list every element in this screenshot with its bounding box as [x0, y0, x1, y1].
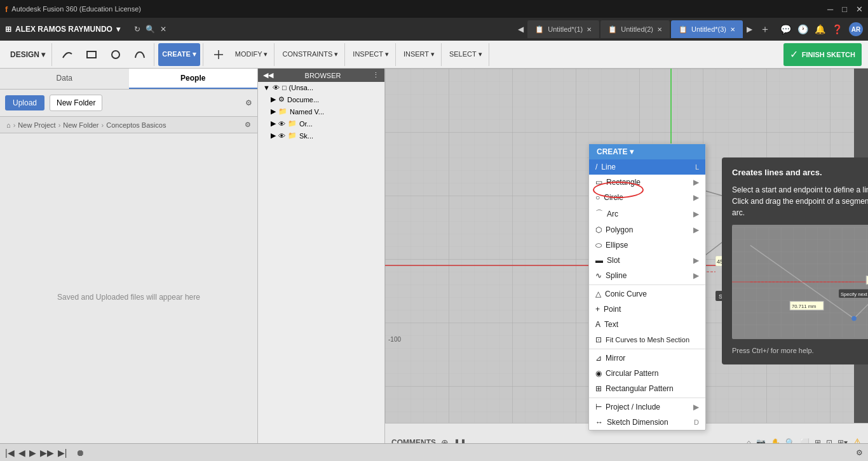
- constraints-group[interactable]: CONSTRAINTS ▾: [276, 43, 345, 66]
- visibility-icon[interactable]: 👁: [273, 84, 280, 91]
- modify-button[interactable]: MODIFY ▾: [231, 43, 272, 66]
- insert-group[interactable]: INSERT ▾: [397, 43, 442, 66]
- curve-tool-button[interactable]: [128, 43, 151, 66]
- visibility-icon[interactable]: 👁: [278, 132, 285, 140]
- avatar[interactable]: AR: [849, 22, 863, 36]
- inspect-button[interactable]: INSPECT ▾: [349, 43, 393, 66]
- design-group[interactable]: DESIGN ▾: [4, 43, 52, 66]
- title-bar-controls[interactable]: ─ □ ✕: [827, 4, 863, 14]
- create-group[interactable]: CREATE ▾: [156, 43, 203, 66]
- menu-item-slot[interactable]: ▬ Slot ▶: [589, 253, 705, 268]
- browser-item-named[interactable]: ▶ 📁 Named V...: [258, 105, 384, 117]
- menu-item-project-include[interactable]: ⊢ Project / Include ▶: [589, 399, 705, 415]
- sketch-draw-group[interactable]: [53, 43, 154, 66]
- create-button[interactable]: CREATE ▾: [158, 43, 200, 66]
- create-dropdown-menu[interactable]: CREATE ▾ / Line L ▭ Rectangle ▶: [588, 144, 706, 431]
- nav-settings-icon[interactable]: ⚙: [856, 448, 863, 457]
- breadcrumb-project[interactable]: New Project: [18, 121, 55, 129]
- tab-close-3[interactable]: ✕: [730, 26, 735, 33]
- sidebar-empty-message: Saved and Uploaded files will appear her…: [57, 293, 200, 302]
- create-menu-header[interactable]: CREATE ▾: [589, 144, 705, 159]
- settings-icon[interactable]: ⚙: [245, 98, 252, 107]
- breadcrumb-item[interactable]: Conceptos Basicos: [106, 121, 166, 129]
- select-group[interactable]: SELECT ▾: [443, 43, 489, 66]
- menu-item-point[interactable]: + Point: [589, 302, 705, 317]
- trim-button[interactable]: [207, 43, 230, 66]
- menu-item-circular-pattern[interactable]: ◉ Circular Pattern: [589, 366, 705, 381]
- browser-header[interactable]: ◀◀ BROWSER ⋮: [258, 69, 384, 82]
- menu-item-sketch-dimension[interactable]: ↔ Sketch Dimension D: [589, 415, 705, 430]
- tab-bar[interactable]: ◀ 📋 Untitled*(1) ✕ 📋 Untitled(2) ✕ 📋 Unt…: [515, 18, 863, 41]
- user-dropdown-icon[interactable]: ▾: [116, 25, 120, 34]
- breadcrumb-settings-icon[interactable]: ⚙: [245, 121, 251, 129]
- nav-prev-button[interactable]: ◀: [18, 448, 25, 458]
- minimize-button[interactable]: ─: [827, 4, 833, 14]
- select-button[interactable]: SELECT ▾: [445, 43, 486, 66]
- divider-2: [589, 349, 705, 349]
- tab-untitled1[interactable]: 📋 Untitled*(1) ✕: [527, 20, 599, 38]
- menu-item-circle[interactable]: ○ Circle ▶: [589, 190, 705, 205]
- tab-untitled2[interactable]: 📋 Untitled(2) ✕: [600, 20, 670, 38]
- finish-sketch-button[interactable]: ✓ FINISH SKETCH: [783, 43, 862, 66]
- refresh-button[interactable]: ↻: [134, 25, 140, 34]
- visibility-icon[interactable]: 👁: [278, 120, 285, 128]
- menu-item-line[interactable]: / Line L: [589, 159, 705, 175]
- folder-icon: 📁: [288, 131, 297, 140]
- upload-button[interactable]: Upload: [5, 95, 44, 110]
- nav-play-button[interactable]: ▶: [29, 448, 36, 458]
- help-icon[interactable]: ❓: [832, 24, 843, 34]
- insert-button[interactable]: INSERT ▾: [400, 43, 438, 66]
- menu-item-spline[interactable]: ∿ Spline ▶: [589, 268, 705, 283]
- browser-item-document[interactable]: ▶ ⚙ Docume...: [258, 93, 384, 105]
- user-area[interactable]: ⊞ ALEX RAMOS RAYMUNDO ▾: [5, 25, 120, 34]
- sketch-toolbar: DESIGN ▾ CREATE ▾ MODIFY ▾ CONS: [0, 41, 868, 69]
- tab-close-2[interactable]: ✕: [657, 26, 662, 33]
- browser-item-origin[interactable]: ▶ 👁 📁 Or...: [258, 117, 384, 130]
- close-panel-button[interactable]: ✕: [160, 25, 166, 34]
- search-button[interactable]: 🔍: [146, 25, 155, 34]
- menu-item-rectangular-pattern[interactable]: ⊞ Rectangular Pattern: [589, 381, 705, 396]
- close-button[interactable]: ✕: [856, 4, 863, 14]
- circle-tool-button[interactable]: [104, 43, 127, 66]
- constraints-button[interactable]: CONSTRAINTS ▾: [278, 43, 342, 66]
- modify-group[interactable]: MODIFY ▾: [205, 43, 275, 66]
- sidebar-tabs[interactable]: Data People: [0, 69, 257, 90]
- menu-item-fit-curves[interactable]: ⊡ Fit Curves to Mesh Section: [589, 332, 705, 347]
- tab-new-button[interactable]: ＋: [756, 23, 774, 36]
- notification-icon[interactable]: 🔔: [815, 24, 825, 34]
- finish-group[interactable]: ✓ FINISH SKETCH: [781, 43, 864, 66]
- tab-close-1[interactable]: ✕: [587, 26, 592, 33]
- nav-last-button[interactable]: ▶|: [58, 448, 67, 458]
- canvas-area[interactable]: ◀◀ BROWSER ⋮ ▼ 👁 □ (Unsa... ▶ ⚙ Docume..…: [258, 69, 868, 461]
- maximize-button[interactable]: □: [842, 4, 847, 14]
- browser-item-sketch[interactable]: ▶ 👁 📁 Sk...: [258, 130, 384, 142]
- nav-first-button[interactable]: |◀: [5, 448, 15, 458]
- menu-item-text[interactable]: A Text: [589, 317, 705, 332]
- menu-item-mirror[interactable]: ⊿ Mirror: [589, 351, 705, 366]
- arc-tool-button[interactable]: [56, 43, 79, 66]
- clock-icon[interactable]: 🕐: [797, 24, 808, 34]
- tab-overflow-right[interactable]: ▶: [744, 25, 755, 34]
- browser-item-unsaved[interactable]: ▼ 👁 □ (Unsa...: [258, 82, 384, 93]
- nav-step-forward-button[interactable]: ▶▶: [40, 448, 54, 458]
- comment-icon[interactable]: 💬: [780, 24, 791, 34]
- sidebar-tab-people[interactable]: People: [129, 69, 258, 89]
- design-button[interactable]: DESIGN ▾: [6, 43, 49, 66]
- username[interactable]: ALEX RAMOS RAYMUNDO: [15, 25, 112, 34]
- browser-collapse-icon[interactable]: ◀◀: [263, 71, 273, 79]
- tab-untitled3[interactable]: 📋 Untitled*(3) ✕: [671, 20, 743, 38]
- browser-menu-icon[interactable]: ⋮: [372, 71, 379, 79]
- new-folder-button[interactable]: New Folder: [50, 95, 102, 111]
- menu-actions[interactable]: ↻ 🔍 ✕: [134, 25, 166, 34]
- inspect-group[interactable]: INSPECT ▾: [346, 43, 396, 66]
- rectangle-tool-button[interactable]: [80, 43, 103, 66]
- menu-item-polygon[interactable]: ⬡ Polygon ▶: [589, 222, 705, 237]
- menu-item-ellipse[interactable]: ⬭ Ellipse: [589, 237, 705, 253]
- menu-item-rectangle[interactable]: ▭ Rectangle ▶: [589, 175, 705, 190]
- menu-item-conic-curve[interactable]: △ Conic Curve: [589, 286, 705, 302]
- tab-overflow-left[interactable]: ◀: [515, 25, 526, 34]
- breadcrumb-home[interactable]: ⌂: [6, 121, 11, 129]
- breadcrumb-folder[interactable]: New Folder: [63, 121, 98, 129]
- menu-item-arc[interactable]: ⌒ Arc ▶: [589, 205, 705, 222]
- sidebar-tab-data[interactable]: Data: [0, 69, 129, 89]
